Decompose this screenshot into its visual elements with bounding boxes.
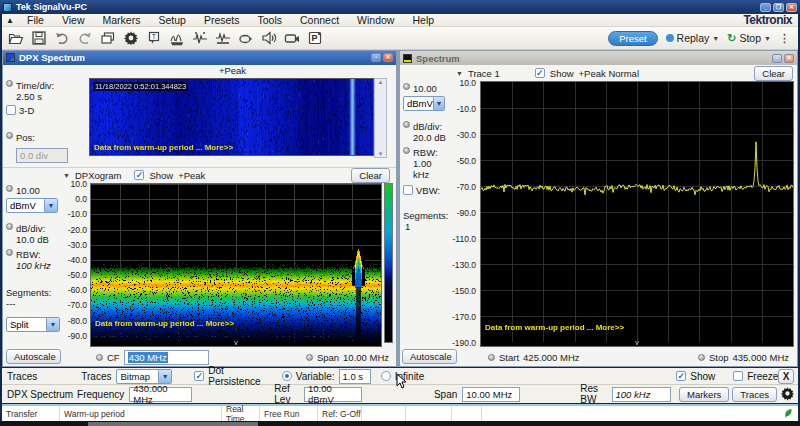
- spectrum-ref-level[interactable]: 10.00: [413, 83, 437, 94]
- spectrogram-timestamp: 11/18/2022 0:52:01.344823: [93, 82, 188, 91]
- spinner-icon[interactable]: [96, 354, 103, 361]
- displays-icon[interactable]: [98, 29, 118, 48]
- freeze-label: Freeze: [747, 371, 778, 382]
- menu-setup[interactable]: Setup: [149, 14, 194, 26]
- dpxogram-show-checkbox[interactable]: [134, 170, 144, 180]
- dpxogram-autoscale-button[interactable]: Autoscale: [6, 349, 61, 364]
- menu-view[interactable]: View: [53, 14, 94, 26]
- minimize-window-button[interactable]: _: [760, 3, 771, 12]
- rbw-value[interactable]: 100 kHz: [16, 260, 51, 271]
- more-options-icon[interactable]: ⋮: [779, 32, 790, 45]
- traces-button[interactable]: Traces: [732, 387, 777, 402]
- spinner-icon[interactable]: [403, 147, 410, 154]
- start-value[interactable]: 425.000 MHz: [523, 352, 580, 363]
- time-overview-icon[interactable]: [213, 29, 233, 48]
- dpx-close-button[interactable]: ✕: [383, 53, 393, 62]
- ref-lev-input[interactable]: 10.00 dBmV: [304, 387, 362, 402]
- spinner-icon[interactable]: [403, 83, 410, 90]
- dpxogram-units-select[interactable]: dBmV▼: [6, 198, 58, 213]
- scroll-up-icon[interactable]: ▲: [378, 79, 384, 85]
- variable-radio[interactable]: [282, 371, 292, 381]
- split-select[interactable]: Split▼: [6, 317, 60, 332]
- camera-icon[interactable]: [282, 29, 302, 48]
- variable-time-input[interactable]: 1.0 s: [339, 369, 371, 384]
- trace-collapse-icon[interactable]: ▼: [456, 70, 463, 77]
- spectrogram-scrollbar[interactable]: ▲ ▼: [374, 78, 387, 158]
- vbw-checkbox[interactable]: [403, 185, 413, 195]
- show-checkbox[interactable]: [676, 371, 686, 381]
- infinite-radio[interactable]: [381, 371, 391, 381]
- menu-help[interactable]: Help: [403, 14, 443, 26]
- save-icon[interactable]: [29, 29, 49, 48]
- time-div-value[interactable]: 2.50 s: [16, 91, 42, 102]
- span-input[interactable]: 10.00 MHz: [462, 387, 520, 402]
- menu-connect[interactable]: Connect: [291, 14, 348, 26]
- cf-input[interactable]: 430 MHz: [124, 350, 209, 365]
- dpx-spectrogram-plot[interactable]: 11/18/2022 0:52:01.344823 Data from warm…: [89, 78, 374, 156]
- undo-icon[interactable]: [52, 29, 72, 48]
- dpx-panel-titlebar[interactable]: DPX Spectrum ▫ ✕: [3, 51, 396, 65]
- eject-icon[interactable]: ▲: [2, 16, 18, 25]
- dpx-display-icon[interactable]: [167, 29, 187, 48]
- settings-gear-icon[interactable]: [780, 386, 795, 403]
- chevron-down-icon: ▼: [44, 199, 57, 212]
- spinner-icon[interactable]: [6, 185, 13, 192]
- touch-icon[interactable]: [236, 29, 256, 48]
- menu-tools[interactable]: Tools: [248, 14, 291, 26]
- replay-dropdown[interactable]: Replay ▼: [666, 32, 720, 44]
- spectrum-clear-button[interactable]: Clear: [754, 66, 793, 81]
- dpx-minimize-button[interactable]: ▫: [371, 53, 381, 62]
- stop-dropdown[interactable]: ↻ Stop ▼: [727, 32, 771, 45]
- dpxogram-clear-button[interactable]: Clear: [351, 168, 390, 183]
- freeze-checkbox[interactable]: [733, 371, 743, 381]
- scroll-down-icon[interactable]: ▼: [378, 151, 384, 157]
- spectrum-minimize-button[interactable]: ▫: [772, 54, 782, 63]
- span-value[interactable]: 10.00 MHz: [343, 352, 389, 363]
- db-div-value[interactable]: 10.0 dB: [16, 234, 49, 245]
- trace-type-select[interactable]: Bitmap▼: [116, 369, 172, 384]
- warmup-message-link[interactable]: Data from warm-up period ... More>>: [95, 319, 234, 328]
- dpxogram-ref-level[interactable]: 10.00: [16, 185, 40, 196]
- marker-tag-icon[interactable]: T: [144, 29, 164, 48]
- user-preset-icon[interactable]: P: [305, 29, 325, 48]
- dpxogram-collapse-icon[interactable]: ▼: [63, 172, 70, 179]
- spectrum-plot[interactable]: Data from warm-up period ... More>> v: [480, 81, 794, 347]
- spectrum-units-select[interactable]: dBmV▼: [403, 96, 445, 111]
- spectrum-close-button[interactable]: ✕: [784, 54, 794, 63]
- pos-input[interactable]: 0.0 div: [16, 148, 68, 163]
- dot-persistence-checkbox[interactable]: [194, 371, 204, 381]
- settings-gear-icon[interactable]: [121, 29, 141, 48]
- menu-file[interactable]: File: [18, 14, 53, 26]
- warmup-message-link[interactable]: Data from warm-up period ... More>>: [94, 143, 233, 152]
- spinner-icon[interactable]: [403, 121, 410, 128]
- dpxogram-plot[interactable]: Data from warm-up period ... More>> v: [90, 183, 382, 347]
- spinner-icon[interactable]: [6, 80, 13, 87]
- spinner-icon[interactable]: [6, 249, 13, 256]
- spinner-icon[interactable]: [6, 132, 13, 139]
- db-div-value[interactable]: 20.0 dB: [413, 132, 446, 143]
- three-d-checkbox[interactable]: [6, 105, 16, 115]
- spinner-icon[interactable]: [698, 354, 705, 361]
- restore-window-button[interactable]: ❐: [773, 3, 784, 12]
- pulse-measure-icon[interactable]: [190, 29, 210, 48]
- markers-button[interactable]: Markers: [679, 387, 729, 402]
- menu-markers[interactable]: Markers: [94, 14, 150, 26]
- preset-button[interactable]: Preset: [608, 31, 657, 46]
- rbw-value[interactable]: 1.00 kHz: [413, 158, 432, 180]
- frequency-input[interactable]: 430.000 MHz: [129, 387, 192, 402]
- trace-show-checkbox[interactable]: [535, 68, 545, 78]
- warmup-message-link[interactable]: Data from warm-up period ... More>>: [485, 323, 624, 332]
- open-folder-icon[interactable]: [6, 29, 26, 48]
- spinner-icon[interactable]: [6, 223, 13, 230]
- stop-value[interactable]: 435.000 MHz: [732, 352, 789, 363]
- spinner-icon[interactable]: [488, 354, 495, 361]
- spectrum-panel-titlebar[interactable]: Spectrum ▫ ✕: [400, 51, 797, 65]
- spinner-icon[interactable]: [306, 354, 313, 361]
- res-bw-input[interactable]: 100 kHz: [612, 387, 671, 402]
- menu-window[interactable]: Window: [348, 14, 403, 26]
- redo-icon[interactable]: [75, 29, 95, 48]
- audio-icon[interactable]: [259, 29, 279, 48]
- close-window-button[interactable]: ✕: [786, 3, 797, 12]
- menu-presets[interactable]: Presets: [195, 14, 249, 26]
- close-settings-button[interactable]: X: [778, 369, 794, 384]
